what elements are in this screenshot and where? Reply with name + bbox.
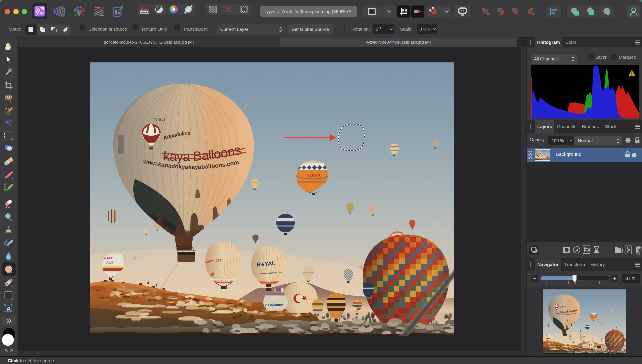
svg-text:A: A bbox=[7, 305, 11, 312]
